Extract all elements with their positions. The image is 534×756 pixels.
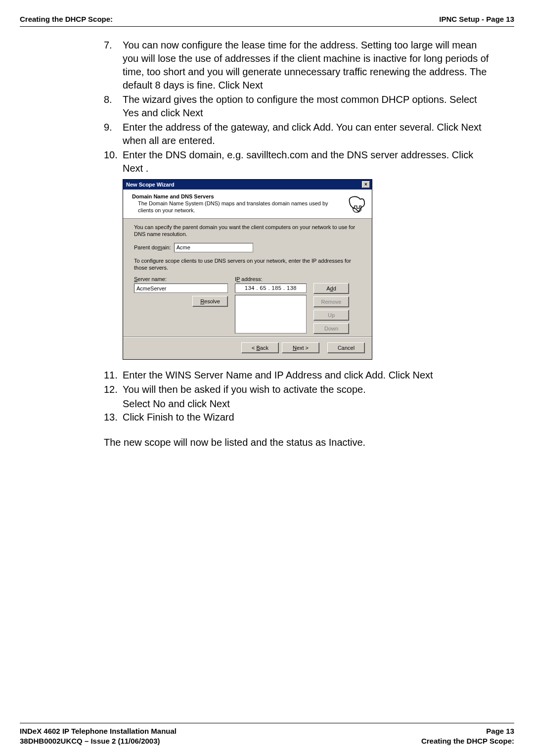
new-scope-wizard-dialog: New Scope Wizard × Domain Name and DNS S… xyxy=(123,179,372,360)
footer-section: Creating the DHCP Scope: xyxy=(421,736,514,746)
parent-domain-label: Parent domain: xyxy=(134,244,171,250)
resolve-button[interactable]: Resolve xyxy=(192,296,228,307)
cancel-button[interactable]: Cancel xyxy=(327,342,365,353)
step-12-continuation: Select No and click Next xyxy=(104,397,494,411)
page-footer: INDeX 4602 IP Telephone Installation Man… xyxy=(20,723,514,747)
step-number: 7. xyxy=(104,39,123,92)
step-number: 13. xyxy=(104,411,123,424)
closing-paragraph: The new scope will now be listed and the… xyxy=(104,436,494,449)
dialog-title: New Scope Wizard xyxy=(126,182,175,188)
dialog-footer: < Back Next > Cancel xyxy=(123,337,372,359)
footer-manual-title: INDeX 4602 IP Telephone Installation Man… xyxy=(20,726,177,736)
step-7: 7. You can now configure the lease time … xyxy=(104,39,494,92)
dialog-titlebar: New Scope Wizard × xyxy=(123,180,372,189)
step-text: You can now configure the lease time for… xyxy=(123,39,494,92)
page-header: Creating the DHCP Scope: IPNC Setup - Pa… xyxy=(20,15,514,27)
step-text: Enter the DNS domain, e.g. savilltech.co… xyxy=(123,148,494,175)
server-name-label: Server name: xyxy=(134,276,228,282)
step-8: 8. The wizard gives the option to config… xyxy=(104,93,494,120)
ip-address-label: IP address: xyxy=(235,276,307,282)
step-number: 12. xyxy=(104,383,123,396)
dialog-heading: Domain Name and DNS Servers xyxy=(132,193,341,199)
dialog-subheading: The Domain Name System (DNS) maps and tr… xyxy=(132,200,341,214)
footer-issue: 38DHB0002UKCQ – Issue 2 (11/06/2003) xyxy=(20,736,177,746)
footer-page-number: Page 13 xyxy=(421,726,514,736)
close-icon[interactable]: × xyxy=(362,181,370,188)
dialog-header: Domain Name and DNS Servers The Domain N… xyxy=(123,189,372,219)
step-9: 9. Enter the address of the gateway, and… xyxy=(104,121,494,147)
step-text: Enter the WINS Server Name and IP Addres… xyxy=(123,369,494,382)
step-number: 9. xyxy=(104,121,123,147)
header-right: IPNC Setup - Page 13 xyxy=(439,15,514,23)
step-number: 11. xyxy=(104,369,123,382)
page-content: 7. You can now configure the lease time … xyxy=(20,39,514,723)
step-11: 11. Enter the WINS Server Name and IP Ad… xyxy=(104,369,494,382)
step-12: 12. You will then be asked if you wish t… xyxy=(104,383,494,396)
step-text: Click Finish to the Wizard xyxy=(123,411,494,424)
step-text: Enter the address of the gateway, and cl… xyxy=(123,121,494,147)
header-left: Creating the DHCP Scope: xyxy=(20,15,113,23)
back-button[interactable]: < Back xyxy=(241,342,279,353)
dialog-para-1: You can specify the parent domain you wa… xyxy=(134,224,361,238)
step-10: 10. Enter the DNS domain, e.g. savilltec… xyxy=(104,148,494,175)
dialog-para-2: To configure scope clients to use DNS se… xyxy=(134,257,361,272)
step-number: 10. xyxy=(104,148,123,175)
step-text: You will then be asked if you wish to ac… xyxy=(123,383,494,396)
step-13: 13. Click Finish to the Wizard xyxy=(104,411,494,424)
ip-address-input[interactable]: 134 . 65 . 185 . 138 xyxy=(235,284,307,293)
up-button[interactable]: Up xyxy=(313,310,349,321)
ip-address-list[interactable] xyxy=(235,295,307,333)
dns-hand-icon xyxy=(346,193,367,214)
remove-button[interactable]: Remove xyxy=(313,296,349,307)
add-button[interactable]: Add xyxy=(313,283,349,294)
step-text: The wizard gives the option to configure… xyxy=(123,93,494,120)
parent-domain-input[interactable] xyxy=(174,243,253,252)
step-number: 8. xyxy=(104,93,123,120)
server-name-input[interactable] xyxy=(134,284,228,293)
next-button[interactable]: Next > xyxy=(282,342,319,353)
down-button[interactable]: Down xyxy=(313,323,349,334)
